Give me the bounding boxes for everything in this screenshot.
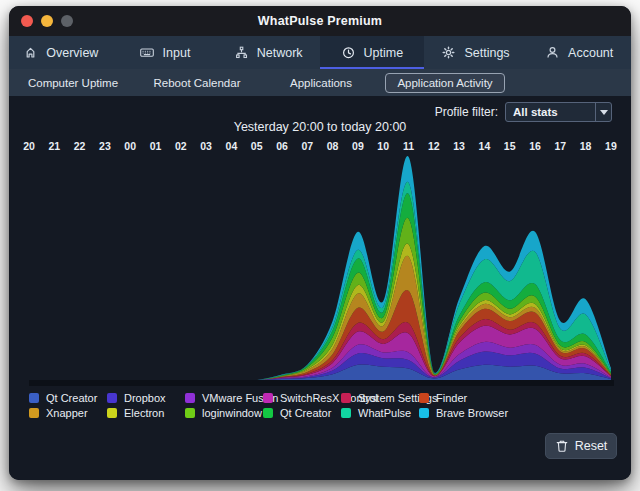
legend-swatch	[263, 393, 273, 403]
application-activity-panel: Profile filter: All stats Yesterday 20:0…	[9, 96, 631, 480]
chart-title: Yesterday 20:00 to today 20:00	[9, 120, 631, 134]
x-axis-label: 10	[373, 140, 393, 152]
legend-item[interactable]: Xnapper	[29, 405, 107, 420]
tab-label: Network	[257, 46, 303, 60]
tab-label: Settings	[464, 46, 509, 60]
legend-swatch	[263, 408, 273, 418]
x-axis-label: 19	[601, 140, 621, 152]
x-axis-label: 11	[399, 140, 419, 152]
gear-icon	[441, 45, 456, 60]
legend-item[interactable]: SwitchResX Control	[263, 390, 341, 405]
close-window-button[interactable]	[21, 15, 33, 27]
x-axis-label: 06	[272, 140, 292, 152]
reset-button[interactable]: Reset	[545, 433, 617, 459]
tab-account[interactable]: Account	[527, 36, 631, 69]
legend-swatch	[107, 408, 117, 418]
tab-overview[interactable]: Overview	[9, 36, 113, 69]
legend-item[interactable]: VMware Fusion	[185, 390, 263, 405]
legend-item[interactable]: loginwindow	[185, 405, 263, 420]
subtab-label: Application Activity	[385, 73, 505, 93]
select-arrow-button[interactable]	[595, 103, 611, 121]
legend-item[interactable]: Qt Creator	[29, 390, 107, 405]
chart-baseline	[29, 380, 614, 386]
chart-legend: Qt CreatorDropboxVMware FusionSwitchResX…	[29, 390, 497, 420]
clock-icon	[341, 45, 356, 60]
tab-network[interactable]: Network	[216, 36, 320, 69]
x-axis-label: 13	[449, 140, 469, 152]
x-axis-label: 08	[323, 140, 343, 152]
legend-item[interactable]: System Settings	[341, 390, 419, 405]
subtab-label: Computer Uptime	[13, 74, 133, 92]
x-axis-label: 09	[348, 140, 368, 152]
x-axis-label: 02	[171, 140, 191, 152]
subtab-applications[interactable]: Applications	[259, 69, 383, 96]
tab-settings[interactable]: Settings	[424, 36, 528, 69]
legend-swatch	[29, 408, 39, 418]
subtab-label: Reboot Calendar	[137, 74, 257, 92]
profile-filter-label: Profile filter:	[435, 105, 498, 119]
legend-swatch	[419, 393, 429, 403]
x-axis-label: 20	[19, 140, 39, 152]
legend-swatch	[29, 393, 39, 403]
profile-filter-row: Profile filter: All stats	[435, 102, 612, 122]
reset-label: Reset	[575, 439, 608, 453]
legend-swatch	[107, 393, 117, 403]
person-icon	[545, 45, 560, 60]
x-axis-label: 22	[70, 140, 90, 152]
app-window: WhatPulse Premium Overview Input Network	[9, 6, 631, 480]
legend-swatch	[185, 408, 195, 418]
x-axis-label: 07	[297, 140, 317, 152]
legend-label: loginwindow	[202, 407, 262, 419]
legend-item[interactable]: Finder	[419, 390, 497, 405]
traffic-lights	[21, 15, 73, 27]
main-nav: Overview Input Network Uptime	[9, 36, 631, 69]
x-axis-label: 17	[550, 140, 570, 152]
profile-filter-select[interactable]: All stats	[505, 102, 612, 122]
legend-label: WhatPulse	[358, 407, 411, 419]
x-axis-label: 04	[221, 140, 241, 152]
subtab-label: Applications	[261, 74, 381, 92]
tab-label: Input	[163, 46, 191, 60]
legend-label: Xnapper	[46, 407, 88, 419]
legend-item[interactable]: Qt Creator	[263, 405, 341, 420]
minimize-window-button[interactable]	[41, 15, 53, 27]
title-bar: WhatPulse Premium	[9, 6, 631, 36]
x-axis-label: 03	[196, 140, 216, 152]
x-axis-label: 00	[120, 140, 140, 152]
tab-label: Overview	[46, 46, 98, 60]
legend-item[interactable]: Dropbox	[107, 390, 185, 405]
tab-input[interactable]: Input	[113, 36, 217, 69]
x-axis-label: 23	[95, 140, 115, 152]
legend-label: Qt Creator	[280, 407, 331, 419]
profile-filter-value: All stats	[506, 106, 595, 118]
legend-item[interactable]: WhatPulse	[341, 405, 419, 420]
window-title: WhatPulse Premium	[258, 14, 382, 28]
zoom-window-button[interactable]	[61, 15, 73, 27]
legend-swatch	[341, 408, 351, 418]
legend-swatch	[185, 393, 195, 403]
legend-label: Qt Creator	[46, 392, 97, 404]
subtab-computer-uptime[interactable]: Computer Uptime	[11, 69, 135, 96]
x-axis-label: 05	[247, 140, 267, 152]
legend-label: Brave Browser	[436, 407, 508, 419]
x-axis-label: 12	[424, 140, 444, 152]
x-axis-label: 15	[500, 140, 520, 152]
subtab-application-activity[interactable]: Application Activity	[383, 69, 507, 96]
legend-item[interactable]: Brave Browser	[419, 405, 497, 420]
subtab-reboot-calendar[interactable]: Reboot Calendar	[135, 69, 259, 96]
chevron-down-icon	[600, 110, 608, 115]
uptime-area-chart[interactable]	[29, 152, 614, 388]
legend-item[interactable]: Electron	[107, 405, 185, 420]
keyboard-icon	[139, 45, 155, 60]
legend-label: Dropbox	[124, 392, 166, 404]
legend-swatch	[419, 408, 429, 418]
legend-label: Finder	[436, 392, 467, 404]
trash-icon	[555, 439, 569, 453]
legend-label: Electron	[124, 407, 164, 419]
x-axis-label: 21	[44, 140, 64, 152]
x-axis-label: 16	[525, 140, 545, 152]
tab-uptime[interactable]: Uptime	[320, 36, 424, 69]
x-axis-label: 14	[474, 140, 494, 152]
tab-label: Account	[568, 46, 613, 60]
tab-label: Uptime	[364, 46, 404, 60]
